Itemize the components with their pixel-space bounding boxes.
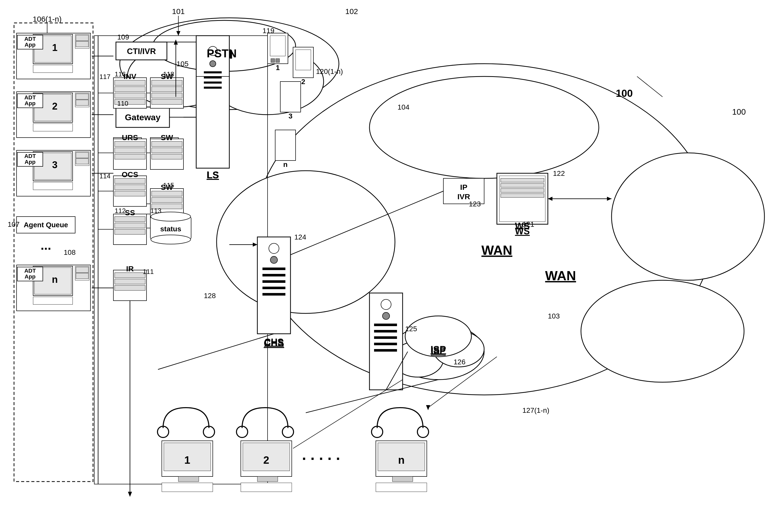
svg-text:ADT: ADT — [24, 36, 36, 42]
svg-rect-93 — [76, 158, 88, 164]
svg-rect-121 — [115, 141, 145, 147]
svg-text:111: 111 — [143, 268, 154, 275]
svg-text:1: 1 — [52, 42, 57, 53]
svg-rect-178 — [374, 336, 397, 339]
svg-text:ISP: ISP — [431, 346, 446, 356]
svg-rect-165 — [501, 178, 544, 182]
svg-text:105: 105 — [177, 60, 189, 68]
svg-rect-107 — [76, 273, 88, 279]
svg-text:117: 117 — [99, 73, 110, 81]
svg-text:101: 101 — [172, 7, 185, 16]
svg-rect-157 — [262, 268, 285, 270]
svg-rect-71 — [76, 41, 88, 47]
svg-line-214 — [158, 334, 274, 369]
svg-text:102: 102 — [345, 7, 358, 16]
svg-text:1: 1 — [276, 64, 280, 72]
svg-rect-177 — [374, 330, 397, 333]
svg-rect-104 — [33, 297, 73, 304]
svg-point-43 — [210, 61, 216, 67]
svg-rect-193 — [241, 483, 292, 492]
svg-rect-133 — [115, 191, 145, 196]
svg-rect-132 — [115, 185, 145, 190]
svg-text:App: App — [25, 159, 36, 165]
svg-point-175 — [382, 312, 390, 320]
svg-text:103: 103 — [548, 312, 560, 320]
svg-rect-136 — [152, 191, 182, 196]
svg-text:120(1-n): 120(1-n) — [316, 68, 343, 75]
svg-rect-117 — [115, 93, 145, 98]
svg-text:104: 104 — [398, 103, 409, 111]
svg-rect-128 — [152, 154, 182, 159]
svg-rect-201 — [376, 483, 427, 492]
svg-rect-180 — [374, 349, 397, 352]
svg-text:App: App — [25, 273, 36, 280]
svg-rect-57 — [280, 82, 301, 112]
svg-text:App: App — [25, 100, 36, 107]
svg-text:IP: IP — [460, 183, 467, 191]
svg-rect-127 — [152, 148, 182, 153]
svg-rect-123 — [115, 154, 145, 159]
svg-point-8 — [612, 153, 764, 280]
svg-rect-82 — [76, 100, 88, 105]
svg-text:ADT: ADT — [24, 268, 36, 274]
svg-marker-261 — [128, 492, 132, 497]
svg-marker-219 — [607, 197, 612, 201]
svg-text:122: 122 — [553, 169, 565, 177]
svg-text:106(1-n): 106(1-n) — [33, 15, 61, 23]
svg-text:WAN: WAN — [545, 268, 576, 283]
svg-text:· · · · ·: · · · · · — [302, 450, 340, 467]
svg-rect-81 — [76, 94, 88, 99]
diagram-container: PSTN 100 WAN ISP CTI/IVR SW INV Gateway — [0, 0, 768, 532]
svg-text:100: 100 — [616, 88, 633, 99]
svg-text:100: 100 — [732, 107, 746, 116]
svg-rect-44 — [204, 71, 222, 73]
svg-text:107: 107 — [8, 220, 20, 228]
svg-text:118: 118 — [163, 70, 174, 78]
svg-text:2: 2 — [301, 78, 305, 86]
svg-rect-173 — [369, 293, 403, 390]
svg-rect-92 — [76, 152, 88, 158]
svg-rect-186 — [162, 483, 213, 492]
svg-text:ADT: ADT — [24, 153, 36, 159]
svg-rect-90 — [33, 182, 73, 190]
svg-text:113: 113 — [150, 207, 161, 215]
svg-rect-115 — [115, 80, 145, 85]
svg-marker-220 — [548, 197, 552, 201]
svg-text:125: 125 — [405, 325, 417, 333]
svg-text:OCS: OCS — [122, 170, 138, 179]
svg-rect-46 — [204, 82, 222, 84]
svg-rect-122 — [115, 148, 145, 153]
svg-rect-142 — [115, 223, 145, 228]
svg-rect-185 — [178, 476, 199, 482]
svg-point-10 — [581, 280, 744, 382]
svg-text:Agent Queue: Agent Queue — [24, 221, 68, 229]
svg-rect-52 — [276, 59, 280, 62]
svg-rect-167 — [501, 189, 544, 192]
svg-text:WAN: WAN — [481, 243, 512, 258]
svg-rect-111 — [152, 93, 182, 98]
svg-text:3: 3 — [52, 159, 57, 170]
svg-text:ADT: ADT — [24, 94, 36, 101]
svg-text:IVR: IVR — [457, 192, 470, 201]
svg-text:108: 108 — [64, 248, 76, 256]
svg-rect-179 — [374, 343, 397, 345]
svg-rect-116 — [115, 87, 145, 92]
svg-rect-70 — [76, 35, 88, 41]
svg-text:124: 124 — [294, 233, 306, 241]
svg-rect-131 — [115, 178, 145, 183]
svg-text:Gateway: Gateway — [125, 112, 161, 122]
svg-text:status: status — [160, 225, 181, 233]
svg-rect-79 — [33, 124, 73, 131]
svg-text:n: n — [283, 161, 287, 168]
svg-text:114: 114 — [99, 172, 110, 180]
svg-text:119: 119 — [262, 27, 274, 35]
svg-rect-59 — [275, 130, 296, 161]
svg-text:n: n — [52, 274, 58, 285]
svg-text:2: 2 — [52, 101, 57, 112]
svg-text:126: 126 — [454, 358, 466, 366]
svg-text:URS: URS — [122, 133, 138, 142]
svg-text:112: 112 — [115, 207, 126, 215]
svg-text:123: 123 — [469, 200, 481, 208]
svg-rect-47 — [204, 87, 222, 89]
svg-rect-161 — [262, 293, 285, 296]
